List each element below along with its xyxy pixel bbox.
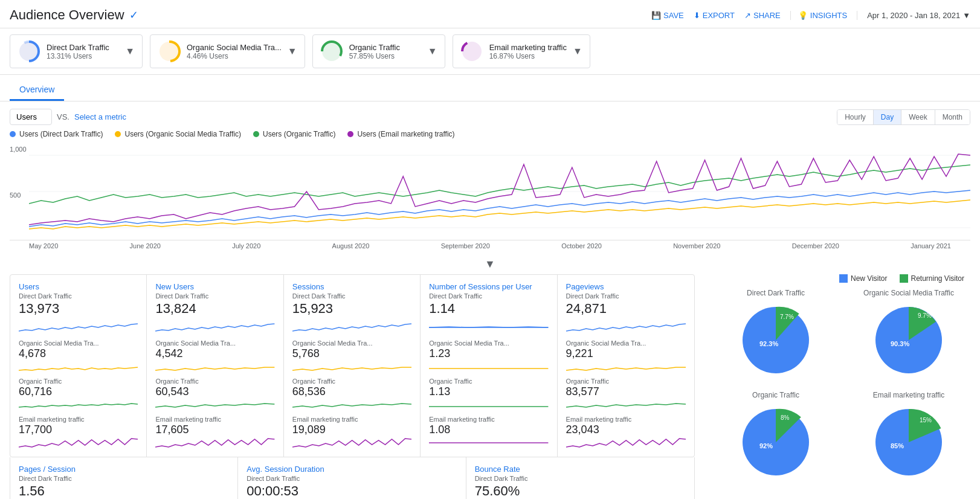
metric-card-sessions: Sessions Direct Dark Traffic 15,923 Orga… bbox=[284, 275, 421, 457]
chart-controls: Users VS. Select a metric Hourly Day Wee… bbox=[0, 101, 980, 127]
metric-seg-spu-2: Organic Social Media Tra... bbox=[429, 340, 548, 347]
metric-card-sessions-per-user: Number of Sessions per User Direct Dark … bbox=[421, 275, 557, 457]
time-btn-month[interactable]: Month bbox=[935, 110, 970, 124]
metric-card-users: Users Direct Dark Traffic 13,973 Organic… bbox=[10, 275, 147, 457]
legend-dot-email bbox=[347, 131, 353, 137]
time-buttons: Hourly Day Week Month bbox=[837, 109, 970, 125]
pie-chart-direct: 92.3% 7.7% bbox=[737, 301, 815, 379]
segment-pct: 13.31% Users bbox=[47, 52, 119, 60]
share-icon: ↗ bbox=[744, 11, 751, 20]
metric-dropdown[interactable]: Users bbox=[10, 109, 52, 125]
chart-legend: Users (Direct Dark Traffic) Users (Organ… bbox=[0, 127, 980, 143]
expand-button[interactable]: ▼ bbox=[0, 254, 980, 274]
metric-val-users-3: 60,716 bbox=[19, 385, 138, 398]
legend-label-organic: Users (Organic Traffic) bbox=[263, 130, 335, 138]
main-content: Users Direct Dark Traffic 13,973 Organic… bbox=[0, 274, 980, 499]
x-label-jan: January 2021 bbox=[911, 242, 951, 250]
pie-card-organic: Organic Traffic 92% 8% bbox=[714, 391, 837, 483]
segment-pct: 4.46% Users bbox=[187, 52, 282, 60]
metric-seg-ps-1: Direct Dark Traffic bbox=[19, 475, 229, 482]
sparkline-sessions-2 bbox=[292, 362, 411, 375]
page-title: Audience Overview ✓ bbox=[10, 7, 138, 23]
export-icon: ⬇ bbox=[694, 11, 700, 20]
select-metric-link[interactable]: Select a metric bbox=[74, 112, 126, 121]
tab-overview[interactable]: Overview bbox=[10, 80, 64, 101]
metric-selector: Users VS. Select a metric bbox=[10, 109, 126, 125]
segment-dropdown-icon: ▼ bbox=[573, 46, 582, 57]
legend-label-email: Users (Email marketing traffic) bbox=[357, 130, 454, 138]
segment-card-organic[interactable]: Organic Traffic 57.85% Users ▼ bbox=[312, 34, 445, 68]
metric-title-new-users[interactable]: New Users bbox=[155, 282, 274, 291]
y-label-500: 500 bbox=[10, 192, 27, 199]
insights-button[interactable]: 💡 INSIGHTS bbox=[790, 11, 847, 20]
metric-title-sessions-per-user[interactable]: Number of Sessions per User bbox=[429, 282, 548, 291]
sparkline-new-users-2 bbox=[155, 362, 274, 375]
metric-val-spu-4: 1.08 bbox=[429, 423, 548, 436]
metric-title-bounce-rate[interactable]: Bounce Rate bbox=[475, 465, 686, 474]
metric-title-users[interactable]: Users bbox=[19, 282, 138, 291]
header-actions: 💾 SAVE ⬇ EXPORT ↗ SHARE 💡 INSIGHTS Apr 1… bbox=[651, 11, 970, 20]
pie-chart-social: 90.3% 9.7% bbox=[869, 301, 948, 379]
metric-val-ad-1: 00:00:53 bbox=[247, 483, 457, 499]
export-button[interactable]: ⬇ EXPORT bbox=[694, 11, 735, 20]
x-label-aug: August 2020 bbox=[332, 242, 370, 250]
metric-title-pages-session[interactable]: Pages / Session bbox=[19, 465, 229, 474]
date-dropdown-icon: ▼ bbox=[962, 11, 970, 20]
sparkline-users-4 bbox=[19, 436, 138, 449]
pie-charts-section: New Visitor Returning Visitor Direct Dar… bbox=[704, 274, 970, 499]
segment-card-organic-social[interactable]: Organic Social Media Tra... 4.46% Users … bbox=[150, 34, 305, 68]
legend-item-social: Users (Organic Social Media Traffic) bbox=[115, 130, 241, 138]
metric-val-new-users-2: 4,542 bbox=[155, 347, 274, 360]
x-label-sep: September 2020 bbox=[441, 242, 490, 250]
sparkline-pv-3 bbox=[566, 400, 686, 413]
segment-info-email: Email marketing traffic 16.87% Users bbox=[489, 43, 567, 60]
time-btn-day[interactable]: Day bbox=[874, 110, 901, 124]
time-btn-hourly[interactable]: Hourly bbox=[837, 110, 874, 124]
metric-title-sessions[interactable]: Sessions bbox=[292, 282, 411, 291]
pie-legend-box-returning bbox=[900, 274, 908, 283]
chart-x-axis: May 2020 June 2020 July 2020 August 2020… bbox=[0, 240, 980, 254]
time-btn-week[interactable]: Week bbox=[901, 110, 935, 124]
metric-title-avg-duration[interactable]: Avg. Session Duration bbox=[247, 465, 457, 474]
segment-card-email[interactable]: Email marketing traffic 16.87% Users ▼ bbox=[453, 34, 590, 68]
sparkline-spu-1 bbox=[429, 319, 548, 336]
metric-seg-pv-4: Email marketing traffic bbox=[566, 416, 686, 423]
pie-card-email: Email marketing traffic 85% 15% bbox=[847, 391, 970, 483]
segment-pct: 16.87% Users bbox=[489, 52, 567, 60]
save-button[interactable]: 💾 SAVE bbox=[651, 11, 684, 20]
metric-seg-spu-4: Email marketing traffic bbox=[429, 416, 548, 423]
insights-icon: 💡 bbox=[798, 11, 808, 20]
share-button[interactable]: ↗ SHARE bbox=[744, 11, 781, 20]
metric-val-pv-4: 23,043 bbox=[566, 423, 686, 436]
svg-text:92%: 92% bbox=[759, 442, 773, 449]
metric-val-spu-3: 1.13 bbox=[429, 385, 548, 398]
segment-info-organic-social: Organic Social Media Tra... 4.46% Users bbox=[187, 43, 282, 60]
metric-seg-new-users-4: Email marketing traffic bbox=[155, 416, 274, 423]
segment-icon-email bbox=[460, 40, 483, 63]
bottom-metric-pages-session: Pages / Session Direct Dark Traffic 1.56 bbox=[10, 457, 238, 499]
sparkline-spu-4 bbox=[429, 436, 548, 449]
chart-container: 1,000 500 bbox=[10, 143, 970, 240]
chart-y-axis: 1,000 500 bbox=[10, 143, 27, 240]
top-header: Audience Overview ✓ 💾 SAVE ⬇ EXPORT ↗ SH… bbox=[0, 0, 980, 28]
sparkline-new-users-4 bbox=[155, 436, 274, 449]
sparkline-sessions-1 bbox=[292, 319, 411, 336]
y-label-1000: 1,000 bbox=[10, 146, 27, 153]
x-label-dec: December 2020 bbox=[792, 242, 839, 250]
date-range[interactable]: Apr 1, 2020 - Jan 18, 2021 ▼ bbox=[857, 11, 970, 20]
sparkline-pv-4 bbox=[566, 436, 686, 449]
segment-card-direct-dark[interactable]: Direct Dark Traffic 13.31% Users ▼ bbox=[10, 34, 143, 68]
metric-seg-users-4: Email marketing traffic bbox=[19, 416, 138, 423]
svg-text:8%: 8% bbox=[781, 414, 790, 421]
metric-title-pageviews[interactable]: Pageviews bbox=[566, 282, 686, 291]
metric-val-sessions-3: 68,536 bbox=[292, 385, 411, 398]
metric-val-spu-2: 1.23 bbox=[429, 347, 548, 360]
metric-seg-pv-2: Organic Social Media Tra... bbox=[566, 340, 686, 347]
legend-item-organic: Users (Organic Traffic) bbox=[253, 130, 335, 138]
sparkline-users-2 bbox=[19, 362, 138, 375]
legend-dot-social bbox=[115, 131, 121, 137]
metric-seg-sessions-1: Direct Dark Traffic bbox=[292, 292, 411, 300]
pie-title-organic: Organic Traffic bbox=[714, 391, 837, 399]
metric-seg-pv-1: Direct Dark Traffic bbox=[566, 292, 686, 300]
metric-val-sessions-4: 19,089 bbox=[292, 423, 411, 436]
